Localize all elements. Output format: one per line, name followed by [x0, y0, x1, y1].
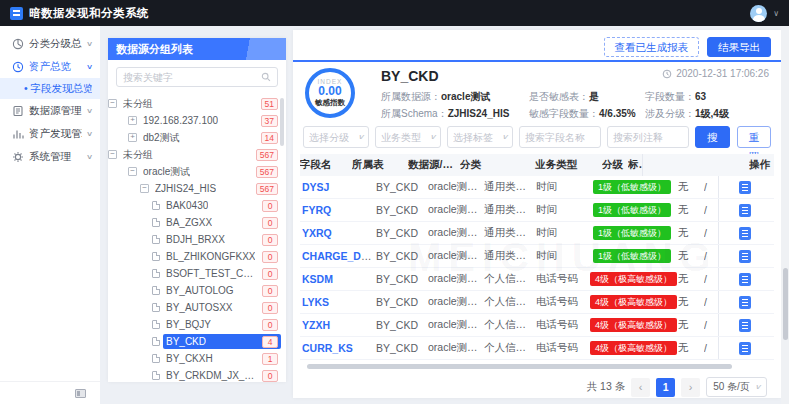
- sidebar-item[interactable]: 分类分级总览 ∨: [0, 32, 100, 55]
- tree-scrollbar-thumb[interactable]: [280, 98, 284, 146]
- field-name-link[interactable]: YZXH: [302, 319, 330, 331]
- cell-schema: oracle测试/Z...: [428, 249, 484, 263]
- tree-node-label: BY_CKXH: [166, 353, 213, 364]
- tree-node[interactable]: BA_ZGXX 0: [108, 214, 286, 231]
- cell-table: BY_CKD: [376, 181, 428, 193]
- cell-category: 通用类型-日...: [484, 180, 536, 194]
- count-badge: 567: [256, 149, 278, 161]
- field-name-link[interactable]: CURR_KS: [302, 342, 353, 354]
- app-logo-icon: [10, 7, 23, 20]
- sidebar-item[interactable]: 字段发现总览 ∨: [0, 78, 100, 99]
- chevron-icon: ∨: [86, 107, 93, 115]
- sidebar-item-label: 数据源管理: [29, 104, 82, 118]
- filter-input[interactable]: [519, 126, 601, 148]
- detail-levels: 涉及分级：1级,4级: [645, 107, 765, 121]
- tree-node[interactable]: ZJHIS24_HIS 567: [108, 180, 286, 197]
- filter-select-input[interactable]: [381, 132, 430, 143]
- horizontal-scrollbar-thumb[interactable]: [307, 364, 732, 369]
- search-icon[interactable]: [261, 72, 271, 82]
- export-result-button[interactable]: 结果导出: [707, 37, 771, 57]
- page-scrollbar-thumb[interactable]: [783, 268, 788, 340]
- cell-table: BY_CKD: [376, 296, 428, 308]
- page-number-button[interactable]: 1: [656, 378, 675, 397]
- detail-datasource: 所属数据源：oracle测试: [381, 90, 529, 104]
- tree-node[interactable]: BAK0430 0: [108, 197, 286, 214]
- expand-toggle-icon[interactable]: [108, 150, 117, 159]
- sidebar-item[interactable]: 资产总览 ∨: [0, 55, 100, 78]
- detail-report-icon[interactable]: [739, 250, 751, 263]
- detail-sensitive-count: 敏感字段数量：4/6.35%: [529, 107, 645, 121]
- filter-input[interactable]: [607, 126, 689, 148]
- cell-tag: 无: [678, 272, 704, 286]
- topbar: 暗数据发现和分类系统 ∨: [0, 0, 789, 26]
- next-page-button[interactable]: ›: [681, 378, 700, 397]
- field-name-link[interactable]: KSDM: [302, 273, 333, 285]
- level-badge: 4级（极高敏感级）: [590, 318, 677, 332]
- tree-search-box[interactable]: [116, 67, 278, 87]
- page-size-select[interactable]: 50 条/页 ∨: [706, 377, 767, 397]
- tree-node[interactable]: BSOFT_TEST_CONNECT 0: [108, 265, 286, 282]
- table-detail-card: INDEX 0.00 敏感指数 BY_CKD 2020-12-31 17:06:…: [293, 60, 781, 118]
- tree-node[interactable]: 未分组 51: [108, 95, 286, 112]
- count-badge: 0: [262, 268, 278, 280]
- sidebar-item-label: 分类分级总览: [29, 37, 82, 51]
- chevron-icon: ∨: [86, 40, 93, 48]
- detail-report-icon[interactable]: [739, 181, 751, 194]
- user-avatar[interactable]: [750, 5, 767, 22]
- tree-node[interactable]: BL_ZHIKONGFKXX 0: [108, 248, 286, 265]
- field-name-link[interactable]: DYSJ: [302, 181, 329, 193]
- filter-select-input[interactable]: [453, 132, 502, 143]
- tree-node[interactable]: oracle测试 567: [108, 163, 286, 180]
- tree-node[interactable]: BY_BQJY 0: [108, 316, 286, 333]
- tree-node[interactable]: BY_CKD 4: [108, 333, 286, 350]
- sidebar-item[interactable]: 资产发现管理 ∨: [0, 122, 100, 145]
- cell-extra: /: [704, 204, 718, 216]
- sidebar-item-label: 资产发现管理: [29, 127, 82, 141]
- expand-toggle-icon[interactable]: [140, 184, 149, 193]
- tree-node[interactable]: BY_AUTOSXX 0: [108, 299, 286, 316]
- collapse-sidebar-icon[interactable]: [75, 389, 86, 398]
- cell-biz-type: 电话号码: [536, 341, 590, 355]
- detail-report-icon[interactable]: [739, 296, 751, 309]
- field-name-link[interactable]: FYRQ: [302, 204, 331, 216]
- sidebar-item-label: 字段发现总览: [24, 82, 92, 96]
- tree-node[interactable]: BY_CRKDM_JX_TEMP 0: [108, 367, 286, 384]
- tree-node-label: BAK0430: [166, 200, 208, 211]
- chevron-down-icon[interactable]: ∨: [773, 9, 779, 18]
- filter-text-input[interactable]: [613, 132, 683, 143]
- detail-report-icon[interactable]: [739, 273, 751, 286]
- level-badge: 4级（极高敏感级）: [590, 295, 677, 309]
- expand-toggle-icon[interactable]: [128, 133, 137, 142]
- filter-select[interactable]: ∨: [447, 126, 513, 148]
- tree-node-label: BY_AUTOLOG: [166, 285, 234, 296]
- tree-search-input[interactable]: [123, 72, 257, 83]
- field-name-link[interactable]: YXRQ: [302, 227, 332, 239]
- tree-node[interactable]: BY_AUTOLOG 0: [108, 282, 286, 299]
- expand-toggle-icon[interactable]: [108, 99, 117, 108]
- tree-node[interactable]: 192.168.237.100 37: [108, 112, 286, 129]
- view-report-button[interactable]: 查看已生成报表: [604, 37, 700, 57]
- filter-select[interactable]: ∨: [303, 126, 369, 148]
- prev-page-button[interactable]: ‹: [631, 378, 650, 397]
- tree-node[interactable]: db2测试 14: [108, 129, 286, 146]
- expand-toggle-icon[interactable]: [128, 116, 137, 125]
- cell-biz-type: 电话号码: [536, 272, 590, 286]
- sidebar-item[interactable]: 数据源管理 ∨: [0, 99, 100, 122]
- reset-button[interactable]: 重 置: [737, 126, 772, 148]
- detail-report-icon[interactable]: [739, 227, 751, 240]
- filter-select[interactable]: ∨: [375, 126, 441, 148]
- filter-text-input[interactable]: [525, 132, 595, 143]
- filter-select-input[interactable]: [309, 132, 358, 143]
- field-name-link[interactable]: LYKS: [302, 296, 329, 308]
- detail-report-icon[interactable]: [739, 319, 751, 332]
- detail-report-icon[interactable]: [739, 204, 751, 217]
- expand-toggle-icon[interactable]: [128, 167, 137, 176]
- chevron-icon: ∨: [86, 63, 93, 71]
- sidebar-item[interactable]: 系统管理 ∨: [0, 145, 100, 168]
- tree-node[interactable]: BY_CKXH 1: [108, 350, 286, 367]
- search-button[interactable]: 搜 索: [695, 126, 730, 148]
- detail-report-icon[interactable]: [739, 342, 751, 355]
- tree-node[interactable]: BDJH_BRXX 0: [108, 231, 286, 248]
- field-name-link[interactable]: CHARGE_DATE: [302, 250, 376, 262]
- tree-node[interactable]: 未分组 567: [108, 146, 286, 163]
